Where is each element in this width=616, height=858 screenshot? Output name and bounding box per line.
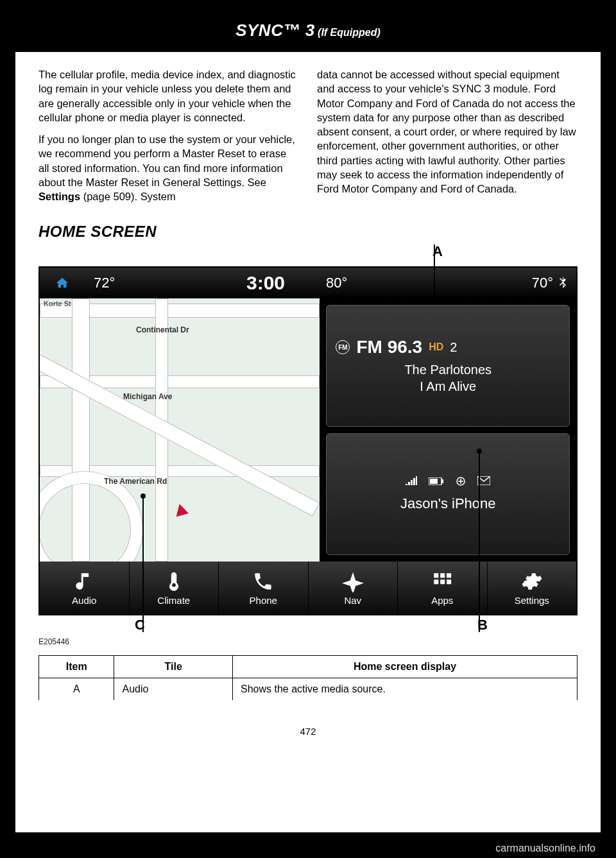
track-text: I Am Alive [336, 378, 560, 395]
paragraph: data cannot be accessed without special … [317, 67, 578, 196]
outside-temp: 80° [317, 268, 447, 298]
header-title: SYNC™ 3 [235, 21, 314, 40]
left-column: The cellular profile, media device index… [38, 67, 299, 211]
svg-rect-2 [441, 479, 443, 483]
watermark: carmanualsonline.info [495, 843, 595, 854]
svg-rect-5 [434, 573, 439, 578]
td-display: Shows the active media source. [233, 678, 578, 701]
road-label: Continental Dr [136, 325, 189, 334]
td-tile: Audio [114, 678, 233, 701]
road-label: Michigan Ave [123, 392, 172, 401]
navigation-tile[interactable]: Korte St Continental Dr Michigan Ave The… [40, 298, 320, 562]
page-header: SYNC™ 3 (If Equipped) [15, 12, 601, 52]
svg-rect-9 [440, 579, 445, 584]
hd-badge: HD [429, 341, 443, 353]
station-text: FM 96.3 [356, 337, 422, 357]
status-bar: 72° 3:00 80° 70° [40, 268, 576, 298]
nav-audio[interactable]: Audio [40, 562, 130, 614]
description-table: Item Tile Home screen display A Audio Sh… [38, 655, 578, 700]
header-subtitle: (If Equipped) [315, 27, 381, 38]
svg-rect-7 [447, 573, 451, 578]
nav-label: Audio [72, 595, 96, 606]
th-item: Item [39, 656, 114, 678]
svg-rect-1 [430, 479, 438, 484]
driver-temp[interactable]: 72° [85, 268, 214, 298]
nav-label: Nav [344, 595, 361, 606]
td-item: A [39, 678, 114, 701]
nav-label: Phone [250, 595, 277, 606]
road-label: The American Rd [104, 477, 167, 486]
climate-icon [163, 571, 185, 592]
temp-value: 70° [532, 275, 553, 291]
apps-icon [431, 571, 453, 592]
nav-label: Apps [431, 595, 453, 606]
vehicle-marker-icon [173, 502, 189, 517]
phone-tile[interactable]: Jason's iPhone [326, 433, 570, 555]
home-icon [54, 276, 71, 290]
nav-nav[interactable]: Nav [309, 562, 398, 614]
sync-screen: 72° 3:00 80° 70° [38, 266, 578, 615]
section-heading: HOME SCREEN [38, 223, 578, 241]
nav-label: Climate [157, 595, 190, 606]
th-display: Home screen display [233, 656, 578, 678]
bluetooth-icon [558, 275, 567, 291]
callout-c: C [135, 617, 145, 633]
th-tile: Tile [114, 656, 233, 678]
nav-phone[interactable]: Phone [219, 562, 309, 614]
callout-line [479, 452, 480, 632]
dnd-icon [456, 476, 466, 489]
passenger-temp[interactable]: 70° [447, 268, 576, 298]
clock: 3:00 [214, 268, 317, 298]
hd-channel: 2 [450, 340, 457, 355]
svg-rect-6 [440, 573, 445, 578]
nav-label: Settings [515, 595, 549, 606]
battery-icon [429, 476, 444, 489]
callout-b: B [477, 617, 488, 633]
home-button[interactable] [40, 268, 85, 298]
nav-settings[interactable]: Settings [488, 562, 577, 614]
text-run: If you no longer plan to use the system … [38, 133, 295, 188]
figure-id: E205446 [38, 637, 578, 646]
nav-apps[interactable]: Apps [398, 562, 488, 614]
paragraph: The cellular profile, media device index… [38, 67, 299, 124]
road-label: Korte St [44, 300, 71, 307]
svg-rect-10 [447, 579, 451, 584]
signal-icon [406, 476, 417, 489]
right-column: data cannot be accessed without special … [317, 67, 578, 211]
nav-icon [342, 571, 364, 592]
svg-rect-8 [434, 579, 439, 584]
audio-icon [73, 571, 95, 592]
text-run: (page 509). System [80, 191, 176, 202]
settings-ref: Settings [38, 191, 80, 202]
fm-source-icon: FM [336, 340, 350, 354]
phone-name: Jason's iPhone [336, 495, 560, 512]
temp-value: 80° [326, 275, 347, 291]
phone-icon [252, 571, 274, 592]
artist-text: The Parlotones [336, 361, 560, 378]
page-number: 472 [38, 726, 578, 737]
bottom-nav: Audio Climate Phone Nav [40, 562, 576, 614]
callout-line [142, 497, 144, 632]
settings-icon [521, 571, 543, 592]
audio-tile[interactable]: FM FM 96.3 HD 2 The Parlotones I Am Aliv… [326, 305, 570, 427]
temp-value: 72° [94, 275, 115, 291]
paragraph: If you no longer plan to use the system … [38, 132, 299, 203]
figure: A 72° 3:00 80° 70° [38, 266, 578, 615]
callout-line [434, 245, 435, 297]
